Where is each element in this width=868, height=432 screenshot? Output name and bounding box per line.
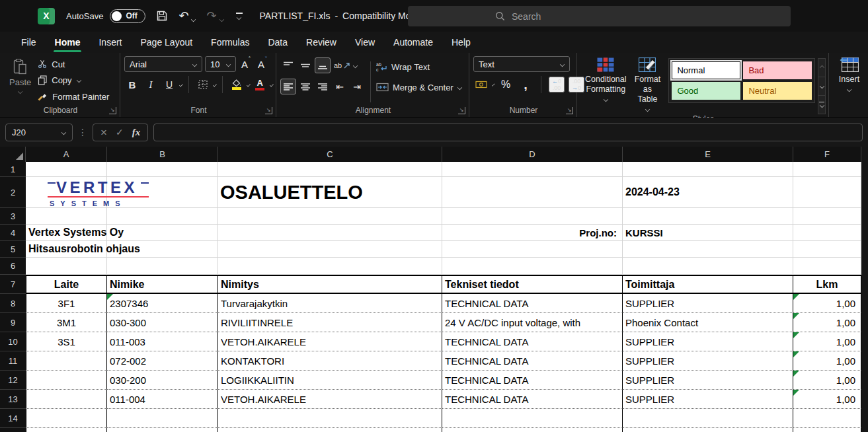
cell-C10[interactable]: VETOH.AIKARELE [218, 332, 442, 351]
customize-quick-access-button[interactable] [236, 13, 243, 20]
header-tekniset-tiedot[interactable]: Tekniset tiedot [442, 275, 623, 294]
cell-C15[interactable] [218, 428, 442, 432]
cell-F1[interactable] [793, 162, 861, 177]
cell-A11[interactable] [26, 351, 107, 371]
number-format-combo[interactable]: Text [473, 56, 570, 72]
tab-home[interactable]: Home [46, 32, 90, 53]
cell-B4[interactable] [107, 225, 218, 241]
cell-C3[interactable] [218, 208, 442, 225]
cell-A9[interactable]: 3M1 [26, 313, 107, 332]
cell-D11[interactable]: TECHNICAL DATA [442, 351, 623, 371]
header-nimike[interactable]: Nimike [107, 275, 218, 294]
cell-E2-date[interactable]: 2024-04-23 [623, 177, 793, 208]
cell-D1[interactable] [442, 162, 623, 177]
increase-font-size-button[interactable]: Aˆ [239, 59, 253, 70]
cell-C1[interactable] [218, 162, 442, 177]
cell-D5[interactable] [442, 241, 623, 258]
row-header-2[interactable]: 2 [0, 177, 26, 208]
cell-B10[interactable]: 011-003 [107, 332, 218, 351]
cell-A8[interactable]: 3F1 [26, 294, 107, 313]
chevron-down-icon[interactable] [270, 83, 274, 87]
cell-F8[interactable]: 1,00 [793, 294, 861, 313]
fill-color-button[interactable] [229, 77, 245, 92]
borders-button[interactable] [195, 77, 211, 92]
cell-C4[interactable] [218, 225, 442, 241]
tab-view[interactable]: View [346, 32, 384, 53]
cell-C12[interactable]: LOGIIKKALIITIN [218, 371, 442, 390]
increase-decimal-button[interactable]: ←0.00 [549, 77, 565, 92]
header-laite[interactable]: Laite [26, 275, 107, 294]
tab-help[interactable]: Help [442, 32, 480, 53]
format-painter-button[interactable]: Format Painter [38, 90, 109, 103]
cell-D6[interactable] [442, 258, 623, 275]
cell-C13[interactable]: VETOH.AIKARELE [218, 390, 442, 409]
cell-D9[interactable]: 24 V AC/DC input voltage, with [442, 313, 623, 332]
cell-F3[interactable] [793, 208, 861, 225]
alignment-dialog-launcher[interactable]: ↘ [458, 107, 465, 114]
redo-button[interactable]: ↷ [206, 10, 223, 22]
font-color-button[interactable]: A [252, 77, 268, 92]
column-header-A[interactable]: A [26, 147, 107, 162]
style-normal[interactable]: Normal [672, 61, 740, 79]
underline-button[interactable]: U [161, 77, 177, 92]
cell-B6[interactable] [107, 258, 218, 275]
cell-D13[interactable]: TECHNICAL DATA [442, 390, 623, 409]
cell-E5[interactable] [623, 241, 793, 258]
italic-button[interactable]: I [143, 77, 159, 92]
cell-F12[interactable]: 1,00 [793, 371, 861, 390]
cell-B15[interactable] [107, 428, 218, 432]
document-title[interactable]: PARTLIST_FI.xls - Compatibility Mode [260, 11, 431, 21]
drag-handle-icon[interactable]: ⋮ [78, 127, 87, 137]
cell-C6[interactable] [218, 258, 442, 275]
gallery-scroll-up-button[interactable] [818, 59, 825, 77]
cell-C9[interactable]: RIVILIITINRELE [218, 313, 442, 332]
accounting-format-button[interactable] [473, 77, 489, 92]
column-header-C[interactable]: C [218, 147, 442, 162]
conditional-formatting-button[interactable]: Conditional Formatting [581, 56, 631, 114]
cell-E4-proj-value[interactable]: KURSSI [623, 225, 793, 241]
save-button[interactable] [156, 10, 168, 22]
column-header-B[interactable]: B [107, 147, 218, 162]
tab-formulas[interactable]: Formulas [202, 32, 258, 53]
row-header-15[interactable] [0, 428, 26, 432]
cell-E6[interactable] [623, 258, 793, 275]
cancel-icon[interactable]: × [100, 127, 107, 138]
undo-button[interactable]: ↶ [178, 10, 196, 22]
chevron-down-icon[interactable] [353, 63, 358, 67]
row-header-7[interactable]: 7 [0, 275, 26, 294]
row-header-3[interactable]: 3 [0, 208, 26, 225]
search-box[interactable] [408, 6, 791, 26]
comma-style-button[interactable]: , [518, 77, 533, 92]
cell-D10[interactable]: TECHNICAL DATA [442, 332, 623, 351]
cell-E11[interactable]: SUPPLIER [623, 351, 793, 371]
cell-F15[interactable] [793, 428, 861, 432]
clipboard-dialog-launcher[interactable]: ↘ [109, 107, 116, 114]
align-right-button[interactable] [315, 79, 331, 94]
cell-E1[interactable] [623, 162, 793, 177]
cell-A3[interactable] [26, 208, 107, 225]
cell-E3[interactable] [623, 208, 793, 225]
cell-D8[interactable]: TECHNICAL DATA [442, 294, 623, 313]
orientation-button[interactable]: ab [332, 57, 352, 73]
cell-D15[interactable] [442, 428, 623, 432]
cell-C14[interactable] [218, 409, 442, 428]
gallery-more-button[interactable] [818, 96, 825, 114]
cell-F4[interactable] [793, 225, 861, 241]
cell-D4-proj-label[interactable]: Proj.no: [442, 225, 623, 241]
cell-E8[interactable]: SUPPLIER [623, 294, 793, 313]
align-center-button[interactable] [297, 79, 313, 94]
cell-A5-subtitle[interactable]: Hitsausrobotin ohjaus [26, 241, 107, 258]
row-header-5[interactable]: 5 [0, 241, 26, 258]
row-header-6[interactable]: 6 [0, 258, 26, 275]
row-header-13[interactable]: 13 [0, 390, 26, 409]
cell-D3[interactable] [442, 208, 623, 225]
column-header-F[interactable]: F [793, 147, 861, 162]
header-toimittaja[interactable]: Toimittaja [623, 275, 793, 294]
cell-C5[interactable] [218, 241, 442, 258]
cell-B3[interactable] [107, 208, 218, 225]
cell-E13[interactable]: SUPPLIER [623, 390, 793, 409]
decrease-font-size-button[interactable]: Aˇ [255, 59, 269, 70]
font-size-combo[interactable]: 10 [205, 56, 236, 72]
tab-file[interactable]: File [12, 32, 46, 53]
cell-C8[interactable]: Turvarajakytkin [218, 294, 442, 313]
